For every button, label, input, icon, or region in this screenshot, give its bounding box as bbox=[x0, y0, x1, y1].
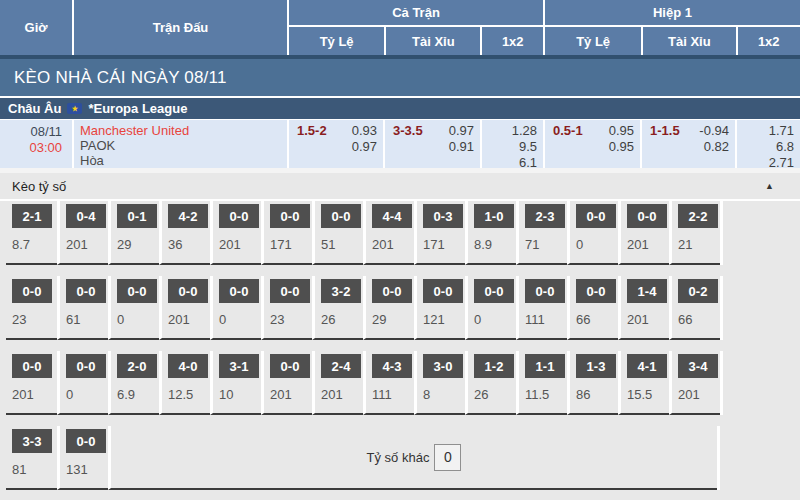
score-box[interactable]: 2-2 bbox=[678, 204, 718, 228]
odds-value[interactable]: 6.8 bbox=[737, 139, 794, 155]
score-cell[interactable]: 3-4201 bbox=[669, 351, 720, 415]
score-cell[interactable]: 0-129 bbox=[108, 201, 159, 265]
score-box[interactable]: 1-1 bbox=[525, 354, 565, 378]
odds-value[interactable]: 0.91 bbox=[449, 139, 474, 155]
score-cell[interactable]: 1-386 bbox=[567, 351, 618, 415]
score-cell[interactable]: 0-0201 bbox=[6, 351, 57, 415]
score-box[interactable]: 0-0 bbox=[12, 279, 52, 303]
score-box[interactable]: 0-0 bbox=[66, 279, 106, 303]
score-cell[interactable]: 1-226 bbox=[465, 351, 516, 415]
score-cell[interactable]: 0-4201 bbox=[57, 201, 108, 265]
score-box[interactable]: 1-4 bbox=[627, 279, 667, 303]
odds-value[interactable]: 0.97 bbox=[352, 139, 377, 155]
score-cell[interactable]: 3-110 bbox=[210, 351, 261, 415]
score-cell[interactable]: 2-4201 bbox=[312, 351, 363, 415]
odds-value[interactable]: 1.71 bbox=[737, 123, 794, 139]
score-box[interactable]: 3-1 bbox=[219, 354, 259, 378]
score-box[interactable]: 0-0 bbox=[12, 354, 52, 378]
score-cell[interactable]: 0-051 bbox=[312, 201, 363, 265]
score-cell[interactable]: 0-061 bbox=[57, 276, 108, 340]
score-cell[interactable]: 0-023 bbox=[6, 276, 57, 340]
score-cell[interactable]: 0-0111 bbox=[516, 276, 567, 340]
score-cell[interactable]: 1-08.9 bbox=[465, 201, 516, 265]
score-cell[interactable]: 1-111.5 bbox=[516, 351, 567, 415]
score-cell[interactable]: 2-221 bbox=[669, 201, 720, 265]
score-box[interactable]: 1-2 bbox=[474, 354, 514, 378]
score-cell[interactable]: 0-00 bbox=[465, 276, 516, 340]
score-box[interactable]: 0-0 bbox=[270, 279, 310, 303]
score-box[interactable]: 0-0 bbox=[576, 204, 616, 228]
odds-full-1x2[interactable]: 1.28 9.5 6.1 bbox=[480, 120, 543, 168]
score-cell[interactable]: 0-00 bbox=[567, 201, 618, 265]
odds-full-handicap[interactable]: 1.5-2 0.93 0.97 bbox=[287, 120, 383, 168]
score-box[interactable]: 4-4 bbox=[372, 204, 412, 228]
score-cell[interactable]: 0-266 bbox=[669, 276, 720, 340]
match-teams[interactable]: Manchester United PAOK Hòa bbox=[72, 120, 287, 168]
score-cell[interactable]: 3-381 bbox=[6, 426, 57, 490]
score-cell[interactable]: 0-00 bbox=[210, 276, 261, 340]
score-box[interactable]: 0-1 bbox=[117, 204, 157, 228]
score-cell[interactable]: 0-0201 bbox=[210, 201, 261, 265]
score-cell[interactable]: 0-00 bbox=[108, 276, 159, 340]
score-cell[interactable]: 0-023 bbox=[261, 276, 312, 340]
score-cell[interactable]: 2-18.7 bbox=[6, 201, 57, 265]
score-box[interactable]: 0-0 bbox=[474, 279, 514, 303]
score-box[interactable]: 0-2 bbox=[678, 279, 718, 303]
score-box[interactable]: 0-0 bbox=[525, 279, 565, 303]
score-box[interactable]: 0-0 bbox=[66, 354, 106, 378]
odds-h1-overunder[interactable]: 1-1.5 -0.94 0.82 bbox=[640, 120, 735, 168]
odds-value[interactable]: 9.5 bbox=[482, 139, 537, 155]
odds-h1-1x2[interactable]: 1.71 6.8 2.71 bbox=[735, 120, 800, 168]
score-cell[interactable]: 0-0201 bbox=[261, 351, 312, 415]
away-team[interactable]: PAOK bbox=[80, 138, 287, 153]
score-box[interactable]: 4-3 bbox=[372, 354, 412, 378]
score-box[interactable]: 4-1 bbox=[627, 354, 667, 378]
score-box[interactable]: 2-0 bbox=[117, 354, 157, 378]
score-cell[interactable]: 0-066 bbox=[567, 276, 618, 340]
score-box[interactable]: 0-0 bbox=[270, 354, 310, 378]
league-bar[interactable]: Châu Âu ★ *Europa League bbox=[0, 96, 800, 120]
odds-value[interactable]: 0.93 bbox=[352, 123, 377, 139]
score-cell[interactable]: 2-06.9 bbox=[108, 351, 159, 415]
odds-value[interactable]: 2.71 bbox=[737, 155, 794, 171]
odds-h1-handicap[interactable]: 0.5-1 0.95 0.95 bbox=[543, 120, 640, 168]
score-cell[interactable]: 4-3111 bbox=[363, 351, 414, 415]
score-box[interactable]: 3-0 bbox=[423, 354, 463, 378]
score-cell[interactable]: 0-3171 bbox=[414, 201, 465, 265]
score-box[interactable]: 2-3 bbox=[525, 204, 565, 228]
odds-value[interactable]: 6.1 bbox=[482, 155, 537, 171]
home-team[interactable]: Manchester United bbox=[80, 123, 287, 138]
odds-value[interactable]: 1.28 bbox=[482, 123, 537, 139]
score-cell[interactable]: 4-012.5 bbox=[159, 351, 210, 415]
score-box[interactable]: 0-0 bbox=[117, 279, 157, 303]
score-box[interactable]: 0-0 bbox=[66, 429, 106, 453]
score-box[interactable]: 0-0 bbox=[270, 204, 310, 228]
score-cell[interactable]: 1-4201 bbox=[618, 276, 669, 340]
score-cell[interactable]: 4-4201 bbox=[363, 201, 414, 265]
score-box[interactable]: 4-0 bbox=[168, 354, 208, 378]
score-box[interactable]: 3-3 bbox=[12, 429, 52, 453]
score-box[interactable]: 0-4 bbox=[66, 204, 106, 228]
score-box[interactable]: 2-1 bbox=[12, 204, 52, 228]
score-box[interactable]: 0-0 bbox=[423, 279, 463, 303]
score-box[interactable]: 0-0 bbox=[576, 279, 616, 303]
collapse-icon[interactable]: ▲ bbox=[765, 181, 774, 191]
odds-value[interactable]: 0.82 bbox=[699, 139, 729, 155]
score-cell[interactable]: 2-371 bbox=[516, 201, 567, 265]
score-box[interactable]: 0-0 bbox=[168, 279, 208, 303]
score-box[interactable]: 0-0 bbox=[372, 279, 412, 303]
score-box[interactable]: 2-4 bbox=[321, 354, 361, 378]
score-box[interactable]: 1-3 bbox=[576, 354, 616, 378]
odds-value[interactable]: -0.94 bbox=[699, 123, 729, 139]
score-box[interactable]: 0-0 bbox=[627, 204, 667, 228]
odds-value[interactable]: 0.95 bbox=[609, 139, 634, 155]
odds-full-overunder[interactable]: 3-3.5 0.97 0.91 bbox=[383, 120, 480, 168]
score-box[interactable]: 0-0 bbox=[219, 204, 259, 228]
score-box[interactable]: 0-0 bbox=[219, 279, 259, 303]
score-cell[interactable]: 0-0131 bbox=[57, 426, 108, 490]
score-cell[interactable]: 0-0171 bbox=[261, 201, 312, 265]
score-cell[interactable]: 0-0121 bbox=[414, 276, 465, 340]
score-box[interactable]: 0-0 bbox=[321, 204, 361, 228]
score-cell[interactable]: 4-115.5 bbox=[618, 351, 669, 415]
score-box[interactable]: 4-2 bbox=[168, 204, 208, 228]
